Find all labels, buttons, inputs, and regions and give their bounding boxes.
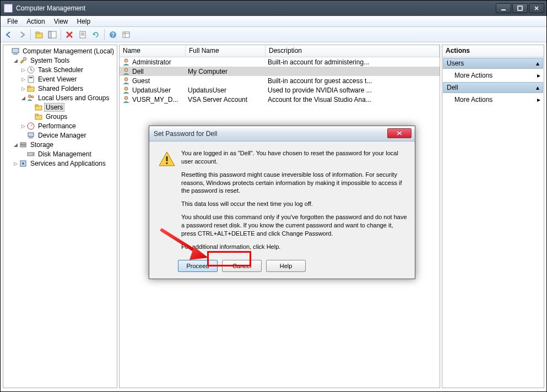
tree-root[interactable]: Computer Management (Local) [4, 46, 116, 56]
tree-device-manager[interactable]: Device Manager [4, 130, 116, 140]
column-name[interactable]: Name [120, 45, 186, 57]
svg-text:?: ? [111, 32, 115, 38]
actions-section-users[interactable]: Users▴ [443, 58, 543, 69]
expand-icon[interactable]: ▷ [20, 123, 26, 129]
svg-rect-43 [166, 156, 168, 161]
expand-icon[interactable]: ▷ [12, 161, 19, 166]
tree-shared-folders[interactable]: ▷Shared Folders [4, 84, 116, 93]
toolbar: ? [1, 27, 546, 42]
svg-rect-1 [518, 6, 522, 10]
actions-more-2[interactable]: More Actions▸ [442, 94, 544, 106]
list-row[interactable]: VUSR_MY_D... VSA Server Account Account … [120, 95, 440, 104]
list-header: Name Full Name Description [120, 45, 440, 57]
tree-users[interactable]: Users [4, 102, 116, 112]
view-mode-button[interactable] [120, 29, 132, 41]
svg-point-23 [29, 95, 31, 97]
list-row[interactable]: Guest Built-in account for guest access … [120, 76, 440, 85]
back-button[interactable] [3, 29, 15, 41]
help-button[interactable]: Help [266, 260, 306, 272]
cancel-button[interactable]: Cancel [222, 260, 262, 272]
tree-performance[interactable]: ▷Performance [4, 121, 116, 130]
actions-section-dell[interactable]: Dell▴ [443, 82, 543, 93]
clock-icon [26, 66, 35, 74]
computer-mgmt-icon [11, 47, 20, 56]
actions-header: Actions [442, 45, 544, 57]
svg-rect-15 [12, 48, 19, 53]
collapse-icon[interactable]: ◢ [20, 95, 26, 101]
svg-rect-5 [48, 31, 51, 38]
show-tree-button[interactable] [46, 29, 58, 41]
actions-panel: Actions Users▴ More Actions▸ Dell▴ More … [442, 45, 544, 388]
menu-action[interactable]: Action [22, 17, 49, 26]
maximize-button[interactable] [512, 3, 528, 13]
dialog-titlebar[interactable]: Set Password for Dell [149, 126, 415, 141]
tree-system-tools[interactable]: ◢System Tools [4, 56, 116, 65]
svg-rect-16 [14, 53, 17, 55]
svg-rect-12 [123, 32, 129, 37]
svg-point-24 [31, 96, 34, 98]
event-viewer-icon [26, 75, 35, 84]
column-description[interactable]: Description [266, 45, 440, 57]
svg-point-35 [33, 154, 34, 155]
user-icon [122, 77, 131, 85]
svg-rect-31 [29, 137, 33, 138]
list-row[interactable]: Administrator Built-in account for admin… [120, 57, 440, 67]
tree-groups[interactable]: Groups [4, 112, 116, 121]
close-button[interactable] [529, 3, 544, 13]
collapse-icon[interactable]: ◢ [12, 142, 19, 148]
menubar: File Action View Help [1, 16, 546, 27]
device-manager-icon [26, 131, 35, 140]
svg-rect-19 [28, 76, 34, 83]
storage-icon [19, 140, 28, 149]
svg-rect-28 [35, 114, 38, 116]
warning-icon [158, 150, 176, 168]
svg-rect-22 [28, 86, 30, 88]
collapse-icon[interactable]: ◢ [12, 58, 19, 63]
up-button[interactable] [33, 29, 45, 41]
tree-event-viewer[interactable]: ▷Event Viewer [4, 74, 116, 84]
list-row-selected[interactable]: Dell My Computer [120, 67, 440, 76]
expand-icon[interactable]: ▷ [20, 77, 26, 82]
menu-help[interactable]: Help [73, 17, 95, 26]
user-icon [122, 58, 131, 67]
tree-services-apps[interactable]: ▷Services and Applications [4, 159, 116, 168]
svg-rect-0 [501, 9, 506, 10]
performance-icon [26, 122, 35, 130]
column-fullname[interactable]: Full Name [186, 45, 266, 57]
svg-rect-44 [166, 162, 168, 164]
svg-point-39 [124, 68, 128, 72]
expand-icon[interactable]: ▷ [20, 86, 26, 91]
shared-folder-icon [26, 84, 35, 93]
tree-disk-management[interactable]: Disk Management [4, 149, 116, 159]
menu-view[interactable]: View [50, 17, 73, 26]
properties-button[interactable] [77, 29, 89, 41]
app-icon [4, 4, 13, 13]
minimize-button[interactable] [496, 3, 511, 13]
actions-more-1[interactable]: More Actions▸ [442, 69, 544, 81]
dialog-title: Set Password for Dell [154, 130, 414, 138]
tree-local-users-groups[interactable]: ◢Local Users and Groups [4, 93, 116, 102]
svg-rect-32 [20, 143, 26, 145]
menu-file[interactable]: File [3, 17, 22, 26]
list-row[interactable]: UpdatusUser UpdatusUser Used to provide … [120, 85, 440, 95]
svg-point-38 [124, 59, 128, 62]
set-password-dialog: Set Password for Dell You are logged in … [149, 126, 415, 279]
user-icon [122, 67, 131, 76]
user-icon [122, 95, 131, 104]
svg-point-37 [22, 162, 24, 165]
refresh-button[interactable] [90, 29, 102, 41]
expand-icon[interactable]: ▷ [20, 67, 26, 73]
dialog-close-button[interactable] [387, 128, 411, 138]
tree-storage[interactable]: ◢Storage [4, 140, 116, 149]
titlebar[interactable]: Computer Management [1, 1, 546, 16]
svg-rect-20 [29, 77, 33, 78]
svg-rect-3 [36, 32, 39, 34]
proceed-button[interactable]: Proceed [178, 260, 218, 272]
delete-button[interactable] [63, 29, 75, 41]
forward-button[interactable] [16, 29, 28, 41]
arrow-right-icon: ▸ [537, 96, 540, 104]
tree-panel[interactable]: Computer Management (Local) ◢System Tool… [3, 45, 117, 388]
users-groups-icon [26, 94, 35, 102]
help-button[interactable]: ? [107, 29, 119, 41]
tree-task-scheduler[interactable]: ▷Task Scheduler [4, 65, 116, 74]
